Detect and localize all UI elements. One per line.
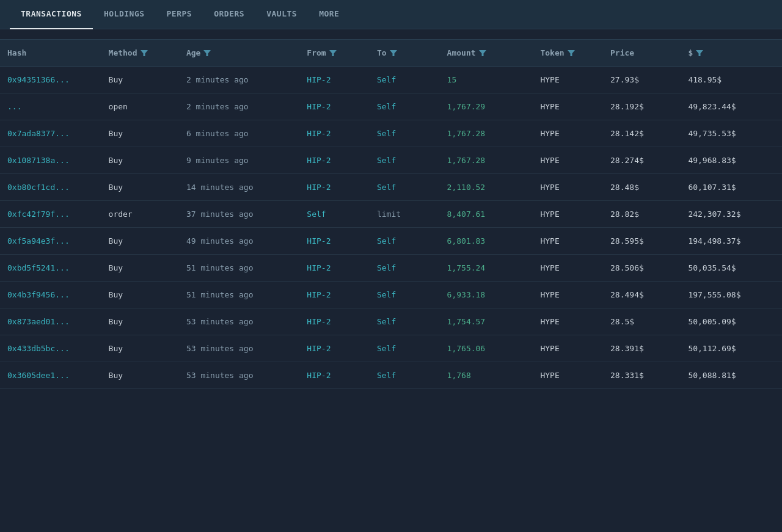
from-link[interactable]: HIP-2 xyxy=(307,129,331,138)
cell-price: 28.82$ xyxy=(603,201,681,228)
cell-from: HIP-2 xyxy=(299,93,370,120)
cell-from: HIP-2 xyxy=(299,335,370,362)
cell-hash: 0x94351366... xyxy=(0,67,101,93)
cell-dollar: 49,823.44$ xyxy=(681,93,782,120)
hash-link[interactable]: 0x1087138a... xyxy=(7,156,70,165)
col-header-to[interactable]: To xyxy=(370,40,440,67)
cell-dollar: 50,035.54$ xyxy=(681,255,782,282)
to-link[interactable]: Self xyxy=(377,317,396,326)
to-link[interactable]: Self xyxy=(377,156,396,165)
method-filter-icon[interactable] xyxy=(141,49,148,57)
cell-hash: 0x1087138a... xyxy=(0,147,101,174)
table-row: 0x1087138a...Buy9 minutes agoHIP-2Self1,… xyxy=(0,147,782,174)
amount-value: 2,110.52 xyxy=(447,183,486,192)
cell-age: 6 minutes ago xyxy=(179,120,299,147)
col-header-from[interactable]: From xyxy=(299,40,370,67)
to-link[interactable]: Self xyxy=(377,129,396,138)
hash-link[interactable]: 0xb80cf1cd... xyxy=(7,183,70,192)
hash-link[interactable]: ... xyxy=(7,102,21,111)
svg-marker-6 xyxy=(696,50,703,56)
to-filter-icon[interactable] xyxy=(390,49,397,57)
nav-item-perps[interactable]: PERPS xyxy=(156,0,203,29)
token-value: HYPE xyxy=(540,210,559,219)
nav-item-orders[interactable]: ORDERS xyxy=(203,0,255,29)
dollar-filter-icon[interactable] xyxy=(696,49,703,57)
table-row: 0xb80cf1cd...Buy14 minutes agoHIP-2Self2… xyxy=(0,174,782,201)
hash-link[interactable]: 0xfc42f79f... xyxy=(7,210,70,219)
cell-amount: 1,767.28 xyxy=(440,147,533,174)
cell-method: Buy xyxy=(101,67,179,93)
token-value: HYPE xyxy=(540,129,559,138)
dollar-value: 49,823.44$ xyxy=(688,102,736,111)
dollar-value: 49,735.53$ xyxy=(688,129,736,138)
from-link[interactable]: HIP-2 xyxy=(307,317,331,326)
cell-dollar: 197,555.08$ xyxy=(681,282,782,308)
col-header-age[interactable]: Age xyxy=(179,40,299,67)
to-link[interactable]: Self xyxy=(377,263,396,272)
from-link[interactable]: HIP-2 xyxy=(307,236,331,246)
from-link[interactable]: HIP-2 xyxy=(307,102,331,111)
to-link[interactable]: Self xyxy=(377,236,396,246)
nav-item-holdings[interactable]: HOLDINGS xyxy=(93,0,156,29)
cell-amount: 1,767.28 xyxy=(440,120,533,147)
cell-amount: 1,765.06 xyxy=(440,335,533,362)
hash-link[interactable]: 0xf5a94e3f... xyxy=(7,236,70,246)
cell-hash: 0xf5a94e3f... xyxy=(0,228,101,255)
cell-method: Buy xyxy=(101,335,179,362)
amount-filter-icon[interactable] xyxy=(479,49,486,57)
cell-from: HIP-2 xyxy=(299,308,370,335)
table-header: Hash Method xyxy=(0,40,782,67)
cell-dollar: 60,107.31$ xyxy=(681,174,782,201)
cell-age: 14 minutes ago xyxy=(179,174,299,201)
cell-age: 2 minutes ago xyxy=(179,67,299,93)
from-link[interactable]: Self xyxy=(307,210,326,219)
age-value: 6 minutes ago xyxy=(186,129,249,138)
from-filter-icon[interactable] xyxy=(329,49,337,57)
from-link[interactable]: HIP-2 xyxy=(307,156,331,165)
cell-age: 37 minutes ago xyxy=(179,201,299,228)
to-link[interactable]: Self xyxy=(377,344,396,353)
cell-token: HYPE xyxy=(533,201,603,228)
price-value: 28.331$ xyxy=(610,371,644,380)
hash-link[interactable]: 0x94351366... xyxy=(7,75,70,84)
transactions-table-wrapper: Hash Method xyxy=(0,39,782,389)
method-value: Buy xyxy=(109,156,123,165)
amount-value: 1,768 xyxy=(447,371,471,380)
hash-link[interactable]: 0x433db5bc... xyxy=(7,344,70,353)
token-value: HYPE xyxy=(540,290,559,299)
nav-item-vaults[interactable]: VAULTS xyxy=(255,0,308,29)
to-link[interactable]: Self xyxy=(377,371,396,380)
col-header-amount[interactable]: Amount xyxy=(440,40,533,67)
age-value: 53 minutes ago xyxy=(186,317,254,326)
hash-link[interactable]: 0x4b3f9456... xyxy=(7,290,70,299)
to-value: limit xyxy=(377,210,401,219)
col-header-method[interactable]: Method xyxy=(101,40,179,67)
from-link[interactable]: HIP-2 xyxy=(307,344,331,353)
to-link[interactable]: Self xyxy=(377,290,396,299)
token-value: HYPE xyxy=(540,183,559,192)
from-link[interactable]: HIP-2 xyxy=(307,75,331,84)
to-link[interactable]: Self xyxy=(377,102,396,111)
cell-amount: 6,801.83 xyxy=(440,228,533,255)
cell-price: 28.48$ xyxy=(603,174,681,201)
from-link[interactable]: HIP-2 xyxy=(307,183,331,192)
age-value: 51 minutes ago xyxy=(186,290,254,299)
from-link[interactable]: HIP-2 xyxy=(307,263,331,272)
nav-item-more[interactable]: MORE xyxy=(308,0,350,29)
hash-link[interactable]: 0xbd5f5241... xyxy=(7,263,70,272)
cell-hash: 0x4b3f9456... xyxy=(0,282,101,308)
hash-link[interactable]: 0x873aed01... xyxy=(7,317,70,326)
nav-item-transactions[interactable]: TRANSACTIONS xyxy=(10,0,93,29)
amount-value: 1,755.24 xyxy=(447,263,486,272)
from-link[interactable]: HIP-2 xyxy=(307,290,331,299)
token-filter-icon[interactable] xyxy=(568,49,575,57)
age-filter-icon[interactable] xyxy=(203,49,211,57)
to-link[interactable]: Self xyxy=(377,75,396,84)
cell-price: 28.5$ xyxy=(603,308,681,335)
from-link[interactable]: HIP-2 xyxy=(307,371,331,380)
hash-link[interactable]: 0x3605dee1... xyxy=(7,371,70,380)
hash-link[interactable]: 0x7ada8377... xyxy=(7,129,70,138)
col-header-token[interactable]: Token xyxy=(533,40,603,67)
col-header-dollar[interactable]: $ xyxy=(681,40,782,67)
to-link[interactable]: Self xyxy=(377,183,396,192)
